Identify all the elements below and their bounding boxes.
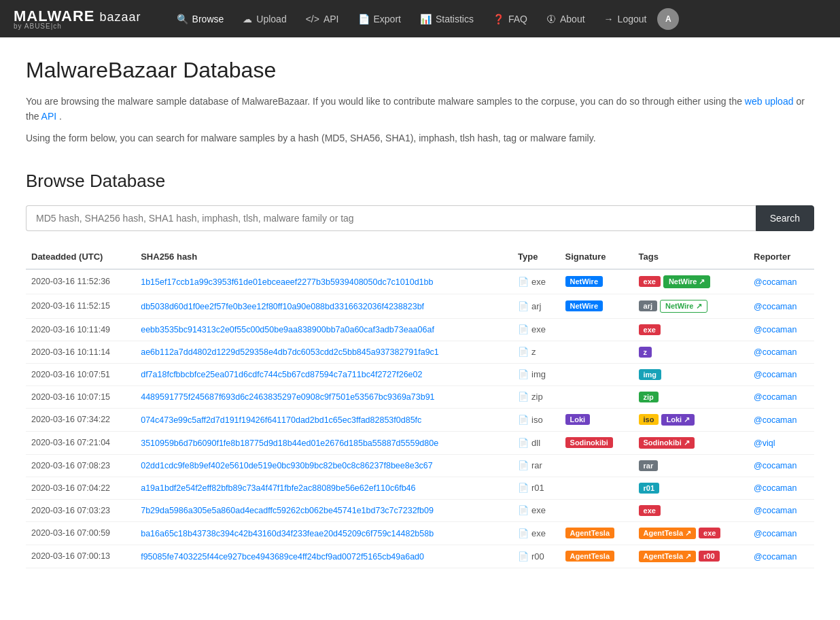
- type-label: r01: [531, 483, 544, 493]
- nav-about[interactable]: 🛈 About: [538, 8, 593, 30]
- file-icon: 📄: [518, 528, 529, 538]
- file-icon: 📄: [518, 505, 529, 515]
- table-row: 2020-03-16 07:00:59ba16a65c18b43738c394c…: [26, 521, 814, 545]
- cell-signature: [560, 499, 633, 521]
- cell-tags: rar: [633, 454, 749, 477]
- reporter-link[interactable]: @cocaman: [754, 506, 797, 515]
- hash-link[interactable]: ba16a65c18b43738c394c42b43160d34f233feae…: [141, 529, 434, 538]
- table-row: 2020-03-16 10:11:14ae6b112a7dd4802d1229d…: [26, 341, 814, 363]
- page-title: MalwareBazaar Database: [26, 58, 814, 83]
- tag-badge: Loki ↗: [661, 414, 695, 426]
- cell-signature: [560, 385, 633, 408]
- reporter-link[interactable]: @viql: [754, 438, 775, 448]
- cell-date: 2020-03-16 07:03:23: [26, 499, 135, 521]
- hash-link[interactable]: eebb3535bc914313c2e0f55c00d50be9aa838900…: [141, 325, 434, 334]
- file-icon: 📄: [518, 369, 529, 379]
- nav-logout[interactable]: → Logout: [596, 8, 655, 30]
- avatar[interactable]: A: [657, 8, 679, 30]
- nav-api[interactable]: </> API: [298, 8, 347, 30]
- tag-badge: r00: [699, 551, 720, 562]
- cell-reporter: @cocaman: [748, 363, 814, 385]
- hash-link[interactable]: f95085fe7403225f44ce927bce4943689ce4ff24…: [141, 552, 424, 562]
- hash-link[interactable]: 074c473e99c5aff2d7d191f19426f641170dad2b…: [141, 415, 421, 425]
- cell-signature: [560, 477, 633, 499]
- file-icon: 📄: [518, 551, 529, 562]
- hash-link[interactable]: df7a18fcfbbcbfce25ea071d6cdfc744c5b67cd8…: [141, 370, 422, 379]
- cell-tags: zip: [633, 385, 749, 408]
- cell-signature: NetWire: [560, 294, 633, 318]
- reporter-link[interactable]: @cocaman: [754, 277, 797, 287]
- hash-link[interactable]: db5038d60d1f0ee2f57fe0b3ee12f80ff10a90e0…: [141, 302, 424, 311]
- cell-date: 2020-03-16 11:52:36: [26, 269, 135, 294]
- table-row: 2020-03-16 07:08:2302dd1cdc9fe8b9ef402e5…: [26, 454, 814, 477]
- reporter-link[interactable]: @cocaman: [754, 529, 797, 538]
- reporter-link[interactable]: @cocaman: [754, 302, 797, 311]
- cell-signature: NetWire: [560, 269, 633, 294]
- cell-reporter: @cocaman: [748, 521, 814, 545]
- hash-link[interactable]: 7b29da5986a305e5a860ad4ecadffc59262cb062…: [141, 506, 434, 515]
- cell-date: 2020-03-16 07:21:04: [26, 431, 135, 454]
- cell-date: 2020-03-16 10:11:49: [26, 318, 135, 341]
- table-header: Dateadded (UTC) SHA256 hash Type Signatu…: [26, 245, 814, 269]
- cell-tags: exeNetWire ↗: [633, 269, 749, 294]
- cell-type: 📄rar: [512, 454, 560, 477]
- col-reporter: Reporter: [748, 245, 814, 269]
- type-label: exe: [531, 277, 546, 287]
- brand-logo[interactable]: MALWARE bazaar by ABUSE|ch: [14, 7, 141, 30]
- hash-link[interactable]: 3510959b6d7b6090f1fe8b18775d9d18b44ed01e…: [141, 438, 438, 448]
- cell-type: 📄zip: [512, 385, 560, 408]
- reporter-link[interactable]: @cocaman: [754, 370, 797, 379]
- col-sha256: SHA256 hash: [135, 245, 512, 269]
- api-link[interactable]: API: [41, 111, 57, 122]
- nav-faq[interactable]: ❓ FAQ: [485, 8, 536, 30]
- malware-table: Dateadded (UTC) SHA256 hash Type Signatu…: [26, 245, 814, 568]
- reporter-link[interactable]: @cocaman: [754, 415, 797, 425]
- search-button[interactable]: Search: [756, 205, 814, 231]
- cell-type: 📄arj: [512, 294, 560, 318]
- cell-type: 📄exe: [512, 521, 560, 545]
- reporter-link[interactable]: @cocaman: [754, 325, 797, 334]
- reporter-link[interactable]: @cocaman: [754, 483, 797, 493]
- tag-badge: arj: [639, 300, 657, 311]
- hash-link[interactable]: ae6b112a7dd4802d1229d529358e4db7dc6053cd…: [141, 347, 439, 357]
- nav-export[interactable]: 📄 Export: [350, 8, 409, 30]
- tag-badge: r01: [639, 483, 660, 494]
- reporter-link[interactable]: @cocaman: [754, 461, 797, 470]
- reporter-link[interactable]: @cocaman: [754, 392, 797, 402]
- logout-icon: →: [604, 14, 614, 24]
- hash-link[interactable]: 4489591775f245687f693d6c2463835297e0908c…: [141, 392, 434, 402]
- col-signature: Signature: [560, 245, 633, 269]
- web-upload-link[interactable]: web upload: [745, 96, 794, 107]
- cell-type: 📄dll: [512, 431, 560, 454]
- hash-link[interactable]: 02dd1cdc9fe8b9ef402e5610de519e0bc930b9bc…: [141, 461, 433, 470]
- cell-type: 📄iso: [512, 408, 560, 431]
- nav-statistics[interactable]: 📊 Statistics: [412, 8, 482, 30]
- cell-reporter: @cocaman: [748, 477, 814, 499]
- cell-reporter: @cocaman: [748, 294, 814, 318]
- cell-tags: arjNetWire ↗: [633, 294, 749, 318]
- nav-upload[interactable]: ☁ Upload: [234, 8, 294, 30]
- faq-icon: ❓: [493, 14, 504, 24]
- cell-signature: [560, 363, 633, 385]
- cell-reporter: @cocaman: [748, 499, 814, 521]
- type-label: dll: [531, 438, 540, 448]
- cell-tags: Sodinokibi ↗: [633, 431, 749, 454]
- nav-browse[interactable]: 🔍 Browse: [169, 8, 232, 30]
- cell-tags: z: [633, 341, 749, 363]
- hash-link[interactable]: 1b15ef17ccb1a99c3953f61de01ebceaeef2277b…: [141, 277, 433, 287]
- cell-signature: AgentTesla: [560, 545, 633, 568]
- type-label: zip: [531, 392, 543, 402]
- cell-date: 2020-03-16 10:07:51: [26, 363, 135, 385]
- cell-type: 📄r00: [512, 545, 560, 568]
- reporter-link[interactable]: @cocaman: [754, 552, 797, 562]
- type-label: img: [531, 369, 546, 379]
- signature-badge: Loki: [565, 414, 591, 425]
- reporter-link[interactable]: @cocaman: [754, 347, 797, 357]
- search-input[interactable]: [26, 205, 756, 231]
- cell-hash: 3510959b6d7b6090f1fe8b18775d9d18b44ed01e…: [135, 431, 512, 454]
- hash-link[interactable]: a19a1bdf2e54f2eff82bfb89c73a4f47f1fbfe2a…: [141, 483, 415, 493]
- tag-badge: iso: [639, 414, 659, 425]
- col-tags: Tags: [633, 245, 749, 269]
- section-title: Browse Database: [26, 171, 814, 192]
- table-row: 2020-03-16 07:04:22a19a1bdf2e54f2eff82bf…: [26, 477, 814, 499]
